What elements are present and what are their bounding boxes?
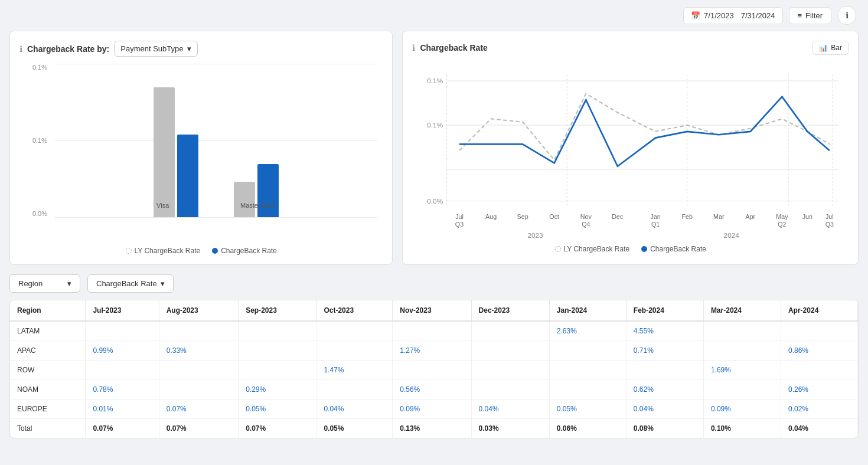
table-header-row: Region Jul-2023 Aug-2023 Sep-2023 Oct-20…	[10, 300, 858, 321]
svg-text:Sep: Sep	[517, 213, 528, 220]
svg-text:Q3: Q3	[455, 221, 464, 228]
payment-subtype-dropdown[interactable]: Payment SubType ▾	[114, 41, 197, 57]
cell-jan24-1	[549, 341, 626, 361]
ly-legend-dot	[126, 248, 132, 254]
cell-oct23-5: 0.05%	[316, 419, 393, 438]
col-aug23: Aug-2023	[159, 300, 238, 321]
cell-region-5: Total	[10, 419, 86, 438]
bar-label: Bar	[831, 44, 842, 52]
visa-x-label: Visa	[139, 202, 187, 209]
cell-apr24-3: 0.26%	[781, 380, 857, 399]
cy-legend-label: ChargeBack Rate	[221, 247, 277, 255]
date-start: 7/1/2023	[704, 11, 734, 20]
left-chart-info-icon[interactable]: ℹ	[19, 44, 22, 54]
left-chart-title: Chargeback Rate by:	[27, 44, 109, 54]
svg-text:Nov: Nov	[580, 213, 592, 220]
right-ly-legend-item: LY ChargeBack Rate	[555, 245, 630, 253]
info-icon: ℹ	[846, 11, 849, 20]
cell-nov23-0	[393, 321, 471, 341]
svg-text:Oct: Oct	[550, 213, 560, 220]
cell-sep23-0	[239, 321, 316, 341]
calendar-icon: 📅	[691, 11, 700, 20]
bar-chart-inner: Visa MasterCard	[55, 64, 377, 217]
cell-oct23-3	[316, 380, 393, 399]
svg-text:Apr: Apr	[746, 213, 756, 220]
svg-text:0.1%: 0.1%	[428, 77, 443, 84]
col-nov23: Nov-2023	[393, 300, 471, 321]
cell-jul23-4: 0.01%	[86, 399, 159, 419]
svg-text:0.1%: 0.1%	[428, 121, 443, 129]
cell-apr24-5: 0.04%	[781, 419, 857, 438]
svg-text:Jun: Jun	[802, 213, 812, 220]
date-range-button[interactable]: 📅 7/1/2023 7/31/2024	[683, 7, 782, 24]
metric-chevron-icon: ▾	[161, 279, 165, 288]
svg-text:Mar: Mar	[714, 213, 725, 220]
grid-line-bot	[55, 217, 377, 218]
cell-feb24-4: 0.04%	[626, 399, 703, 419]
cell-apr24-2	[781, 361, 857, 380]
cell-feb24-0: 4.55%	[626, 321, 703, 341]
col-oct23: Oct-2023	[316, 300, 393, 321]
filter-button[interactable]: ≡ Filter	[789, 7, 831, 24]
cell-mar24-5: 0.10%	[703, 419, 781, 438]
metric-dropdown[interactable]: ChargeBack Rate ▾	[87, 274, 174, 293]
table-row: NOAM0.78%0.29%0.56%0.62%0.26%	[10, 380, 858, 399]
col-jul23: Jul-2023	[86, 300, 159, 321]
bar-chart-icon: 📊	[819, 44, 828, 52]
svg-text:Jul: Jul	[825, 213, 834, 220]
line-chart-area: 0.1% 0.1% 0.0% Jul	[412, 62, 849, 239]
ly-legend-item: LY ChargeBack Rate	[126, 247, 201, 255]
filter-icon: ≡	[798, 11, 802, 20]
cell-region-0: LATAM	[10, 321, 86, 341]
cell-mar24-1	[703, 341, 781, 361]
cell-region-3: NOAM	[10, 380, 86, 399]
ly-legend-label: LY ChargeBack Rate	[135, 247, 201, 255]
table-row: Total0.07%0.07%0.07%0.05%0.13%0.03%0.06%…	[10, 419, 858, 438]
svg-text:Aug: Aug	[485, 213, 497, 220]
region-dropdown[interactable]: Region ▾	[9, 274, 80, 293]
bar-view-button[interactable]: 📊 Bar	[812, 41, 849, 55]
svg-text:0.0%: 0.0%	[428, 197, 443, 205]
table-row: ROW1.47%1.69%	[10, 361, 858, 380]
cell-jul23-1: 0.99%	[86, 341, 159, 361]
left-chart-card: ℹ Chargeback Rate by: Payment SubType ▾ …	[9, 31, 393, 265]
info-button[interactable]: ℹ	[837, 6, 856, 25]
right-cy-legend-item: ChargeBack Rate	[641, 245, 706, 253]
cell-aug23-3	[159, 380, 238, 399]
col-mar24: Mar-2024	[703, 300, 781, 321]
y-axis-labels: 0.1% 0.1% 0.0%	[25, 64, 52, 217]
data-table: Region Jul-2023 Aug-2023 Sep-2023 Oct-20…	[10, 300, 858, 438]
cell-dec23-1	[471, 341, 549, 361]
table-row: EUROPE0.01%0.07%0.05%0.04%0.09%0.04%0.05…	[10, 399, 858, 419]
cell-feb24-2	[626, 361, 703, 380]
right-chart-info-icon[interactable]: ℹ	[412, 43, 415, 53]
cell-dec23-5: 0.03%	[471, 419, 549, 438]
cell-dec23-4: 0.04%	[471, 399, 549, 419]
svg-text:Dec: Dec	[612, 213, 624, 220]
col-dec23: Dec-2023	[471, 300, 549, 321]
cell-aug23-0	[159, 321, 238, 341]
cell-region-2: ROW	[10, 361, 86, 380]
right-chart-header: ℹ Chargeback Rate 📊 Bar	[412, 41, 849, 55]
cell-nov23-2	[393, 361, 471, 380]
right-ly-legend-dot	[555, 246, 561, 252]
cell-apr24-1: 0.86%	[781, 341, 857, 361]
cell-jan24-4: 0.05%	[549, 399, 626, 419]
cell-apr24-0	[781, 321, 857, 341]
payment-subtype-label: Payment SubType	[120, 44, 183, 53]
cell-jul23-3: 0.78%	[86, 380, 159, 399]
svg-text:Q2: Q2	[778, 221, 787, 228]
cell-mar24-2: 1.69%	[703, 361, 781, 380]
right-cy-legend-dot	[641, 246, 647, 252]
y-label-top: 0.1%	[32, 64, 47, 71]
table-row: LATAM2.63%4.55%	[10, 321, 858, 341]
bar-x-labels: Visa MasterCard	[55, 194, 377, 217]
cell-jul23-2	[86, 361, 159, 380]
cell-jul23-5: 0.07%	[86, 419, 159, 438]
top-charts-row: ℹ Chargeback Rate by: Payment SubType ▾ …	[9, 31, 859, 265]
right-chart-title: Chargeback Rate	[420, 43, 487, 53]
metric-label: ChargeBack Rate	[96, 279, 157, 288]
left-chart-legend: LY ChargeBack Rate ChargeBack Rate	[19, 247, 383, 255]
cell-nov23-4: 0.09%	[393, 399, 471, 419]
cell-nov23-1: 1.27%	[393, 341, 471, 361]
